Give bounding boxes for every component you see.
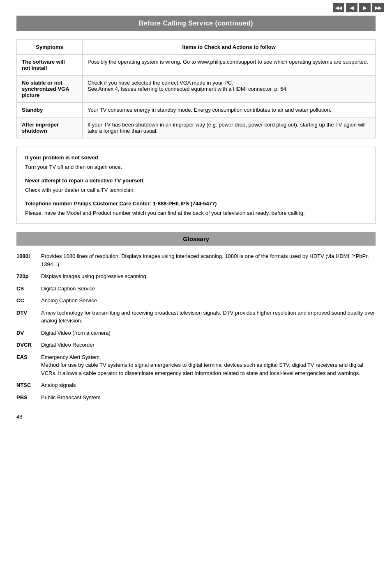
symptom-cell: The software will not install <box>17 55 83 76</box>
glossary-item: CCAnalog Caption Service <box>16 297 376 305</box>
table-row: No stable or not synchronized VGA pictur… <box>17 76 376 103</box>
info-text-3: Please, have the Model and Product numbe… <box>25 209 367 217</box>
action-cell: Check if you have selected the correct V… <box>83 76 376 103</box>
glossary-term: CS <box>16 285 41 293</box>
glossary-item: NTSCAnalog signals <box>16 381 376 389</box>
info-box: If your problem is not solved Turn your … <box>16 147 376 224</box>
glossary-term: DV <box>16 329 41 337</box>
glossary-definition: Analog signals <box>41 381 376 389</box>
action-cell: Your TV consumes energy in standby mode.… <box>83 103 376 117</box>
info-item-3: Telephone number Philips Customer Care C… <box>25 200 367 217</box>
glossary-definition: Public Broadcast System <box>41 393 376 402</box>
info-item-2: Never attempt to repair a defective TV y… <box>25 177 367 194</box>
glossary-definition: Provides 1080 lines of resolution. Displ… <box>41 252 376 268</box>
table-row: After improper shutdownIf your TV has be… <box>17 117 376 138</box>
action-cell: Possibly the operating system is wrong. … <box>83 55 376 76</box>
info-heading-2: Never attempt to repair a defective TV y… <box>25 177 367 185</box>
next-button[interactable]: ▶ <box>359 3 371 12</box>
glossary-definition: Digital Caption Service <box>41 285 376 293</box>
action-cell: If your TV has been shutdown in an impro… <box>83 117 376 138</box>
nav-bar: ◀◀ ◀ ▶ ▶▶ <box>0 0 392 16</box>
glossary-item: DTVA new technology for transmitting and… <box>16 309 376 325</box>
symptom-cell: After improper shutdown <box>17 117 83 138</box>
glossary-definition: Emergency Alert System Method for use by… <box>41 353 376 377</box>
symptoms-table: Symptoms Items to Check and Actions to f… <box>16 39 376 138</box>
glossary-title: Glossary <box>183 235 209 242</box>
glossary-term: NTSC <box>16 381 41 389</box>
glossary-item: PBSPublic Broadcast System <box>16 393 376 402</box>
glossary-item: 1080iProvides 1080 lines of resolution. … <box>16 252 376 268</box>
glossary-term: 720p <box>16 272 41 281</box>
page-number-value: 48 <box>16 414 22 420</box>
info-text-2: Check with your dealer or call a TV tech… <box>25 186 367 194</box>
page-number: 48 <box>16 414 376 420</box>
glossary-item: 720pDisplays images using progressive sc… <box>16 272 376 281</box>
glossary-definition: Digital Video (from a camera) <box>41 329 376 337</box>
symptom-cell: Standby <box>17 103 83 117</box>
section-header: Before Calling Service (continued) <box>16 16 376 31</box>
symptom-cell: No stable or not synchronized VGA pictur… <box>17 76 83 103</box>
glossary-item: EASEmergency Alert System Method for use… <box>16 353 376 377</box>
page-content: Before Calling Service (continued) Sympt… <box>0 16 392 436</box>
table-row: The software will not installPossibly th… <box>17 55 376 76</box>
col-symptoms: Symptoms <box>17 40 83 55</box>
info-text-1: Turn your TV off and then on again once. <box>25 163 367 171</box>
glossary-definition: Displays images using progressive scanni… <box>41 272 376 281</box>
info-item-1: If your problem is not solved Turn your … <box>25 154 367 171</box>
glossary-item: DVDigital Video (from a camera) <box>16 329 376 337</box>
glossary-term: EAS <box>16 353 41 361</box>
glossary-definition: Analog Caption Service <box>41 297 376 305</box>
prev-button[interactable]: ◀ <box>346 3 357 12</box>
glossary-list: 1080iProvides 1080 lines of resolution. … <box>16 252 376 401</box>
col-actions: Items to Check and Actions to follow <box>83 40 376 55</box>
info-heading-3: Telephone number Philips Customer Care C… <box>25 200 367 208</box>
glossary-definition: A new technology for transmitting and re… <box>41 309 376 325</box>
glossary-term: PBS <box>16 393 41 402</box>
nav-buttons: ◀◀ ◀ ▶ ▶▶ <box>333 3 384 12</box>
glossary-item: CSDigital Caption Service <box>16 285 376 293</box>
glossary-term: DVCR <box>16 341 41 349</box>
glossary-header: Glossary <box>16 232 376 246</box>
first-button[interactable]: ◀◀ <box>333 3 344 12</box>
glossary-term: DTV <box>16 309 41 317</box>
last-button[interactable]: ▶▶ <box>372 3 384 12</box>
glossary-definition: Digital Video Recorder <box>41 341 376 349</box>
glossary-term: CC <box>16 297 41 305</box>
table-row: StandbyYour TV consumes energy in standb… <box>17 103 376 117</box>
info-heading-1: If your problem is not solved <box>25 154 367 162</box>
glossary-item: DVCRDigital Video Recorder <box>16 341 376 349</box>
section-title: Before Calling Service (continued) <box>139 20 253 27</box>
table-header-row: Symptoms Items to Check and Actions to f… <box>17 40 376 55</box>
glossary-term: 1080i <box>16 252 41 260</box>
